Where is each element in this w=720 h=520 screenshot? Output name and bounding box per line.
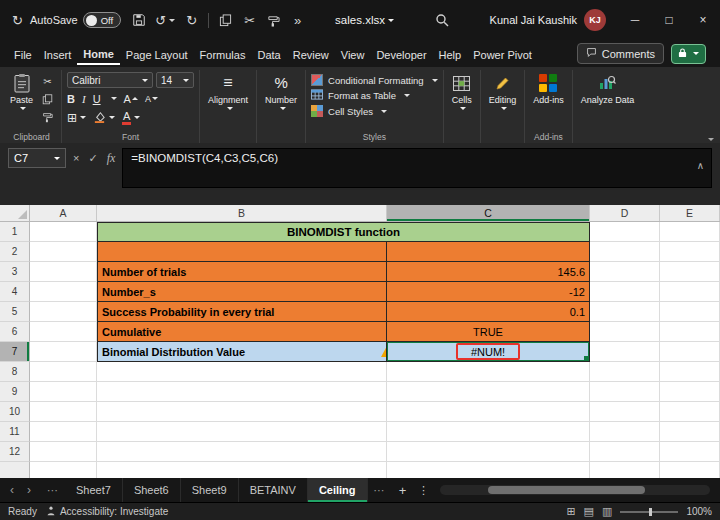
row-header-2[interactable]: 2	[0, 242, 30, 262]
zoom-slider-thumb[interactable]	[649, 508, 652, 516]
cell-styles-button[interactable]: Cell Styles	[311, 105, 438, 117]
fill-color-button[interactable]	[93, 110, 115, 125]
cell-a4[interactable]	[30, 282, 97, 302]
borders-button[interactable]: ⊞	[67, 111, 86, 125]
cancel-icon[interactable]: ×	[73, 152, 79, 164]
cell-e1[interactable]	[660, 222, 720, 242]
column-header-e[interactable]: E	[660, 205, 720, 221]
cell[interactable]	[97, 362, 387, 382]
tab-page-layout[interactable]: Page Layout	[120, 44, 194, 64]
format-painter-button[interactable]	[39, 110, 56, 125]
cell-a3[interactable]	[30, 262, 97, 282]
cell[interactable]	[660, 442, 720, 462]
cell-c4[interactable]: -12	[387, 282, 590, 302]
row-header-5[interactable]: 5	[0, 302, 30, 322]
cell[interactable]	[387, 402, 590, 422]
enter-icon[interactable]: ✓	[88, 152, 97, 165]
paste-button[interactable]: Paste	[7, 72, 36, 111]
column-header-c[interactable]: C	[387, 205, 590, 221]
cell[interactable]	[30, 462, 97, 478]
cut-button[interactable]: ✂	[39, 74, 56, 89]
select-all-button[interactable]	[0, 205, 30, 221]
close-button[interactable]: ×	[686, 0, 720, 40]
font-color-button[interactable]: A	[122, 111, 140, 125]
cell[interactable]	[30, 422, 97, 442]
autosave-toggle[interactable]: Off	[83, 12, 122, 28]
error-warning-icon[interactable]: !	[380, 345, 387, 358]
row-header-3[interactable]: 3	[0, 262, 30, 282]
cut-icon[interactable]: ✂	[242, 12, 257, 28]
save-icon[interactable]	[131, 12, 146, 28]
cells-button[interactable]: Cells	[449, 72, 475, 111]
page-layout-view-icon[interactable]: ▤	[584, 505, 594, 518]
prev-sheet-icon[interactable]: ‹	[5, 483, 19, 497]
cell[interactable]	[97, 462, 387, 478]
font-name-select[interactable]: Calibri	[67, 72, 153, 88]
cell[interactable]	[590, 362, 660, 382]
cell[interactable]	[387, 362, 590, 382]
more-sheets-left-icon[interactable]: ⋯	[41, 484, 65, 497]
cell-a7[interactable]	[30, 342, 97, 362]
column-header-a[interactable]: A	[30, 205, 97, 221]
cell-a5[interactable]	[30, 302, 97, 322]
maximize-button[interactable]: □	[652, 0, 686, 40]
redo-button[interactable]: ↻	[184, 12, 199, 28]
cell-d3[interactable]	[590, 262, 660, 282]
cell-c5[interactable]: 0.1	[387, 302, 590, 322]
zoom-level[interactable]: 100%	[686, 506, 712, 517]
cell-b5[interactable]: Success Probability in every trial	[97, 302, 387, 322]
shrink-font-button[interactable]: A	[145, 94, 158, 104]
cell-d7[interactable]	[590, 342, 660, 362]
next-sheet-icon[interactable]: ›	[22, 483, 36, 497]
toolbar-overflow-icon[interactable]: »	[290, 12, 305, 28]
grow-font-button[interactable]: A	[124, 93, 138, 105]
account-control[interactable]: Kunal Jai Kaushik KJ	[490, 9, 606, 31]
addins-button[interactable]: Add-ins	[530, 72, 567, 106]
page-break-view-icon[interactable]: ▥	[602, 505, 612, 518]
row-header-11[interactable]: 11	[0, 422, 30, 442]
bold-button[interactable]: B	[67, 93, 75, 105]
cell[interactable]	[590, 462, 660, 478]
cell[interactable]	[660, 402, 720, 422]
cell[interactable]	[387, 442, 590, 462]
row-header-partial[interactable]	[0, 462, 30, 478]
fill-handle[interactable]	[584, 356, 589, 361]
minimize-button[interactable]: ─	[618, 0, 652, 40]
cell[interactable]	[97, 442, 387, 462]
cell-d6[interactable]	[590, 322, 660, 342]
cell-b3[interactable]: Number of trials	[97, 262, 387, 282]
cell[interactable]	[97, 402, 387, 422]
tab-home[interactable]: Home	[77, 43, 120, 65]
cell-b4[interactable]: Number_s	[97, 282, 387, 302]
analyze-data-button[interactable]: Analyze Data	[578, 72, 638, 106]
cell-d1[interactable]	[590, 222, 660, 242]
cell[interactable]	[30, 442, 97, 462]
document-title[interactable]: sales.xlsx	[335, 14, 394, 26]
cell-c6[interactable]: TRUE	[387, 322, 590, 342]
avatar[interactable]: KJ	[584, 9, 606, 31]
comments-button[interactable]: Comments	[577, 43, 664, 64]
sheet-tab-sheet7[interactable]: Sheet7	[65, 478, 123, 502]
row-header-8[interactable]: 8	[0, 362, 30, 382]
cell[interactable]	[387, 422, 590, 442]
column-header-b[interactable]: B	[97, 205, 387, 221]
cell-b2[interactable]	[97, 242, 387, 262]
tab-power-pivot[interactable]: Power Pivot	[467, 44, 538, 64]
cell-c7-selected[interactable]: #NUM!	[387, 342, 590, 362]
sheet-tab-ceiling-active[interactable]: Ceiling	[308, 478, 368, 502]
cell-e5[interactable]	[660, 302, 720, 322]
cell[interactable]	[30, 382, 97, 402]
cell-e3[interactable]	[660, 262, 720, 282]
zoom-slider[interactable]	[620, 511, 678, 513]
row-header-6[interactable]: 6	[0, 322, 30, 342]
tab-insert[interactable]: Insert	[38, 44, 78, 64]
more-sheets-right-icon[interactable]: ⋯	[368, 484, 392, 497]
cell[interactable]	[387, 462, 590, 478]
alignment-button[interactable]: ≡ Alignment	[205, 72, 251, 111]
cell[interactable]	[97, 382, 387, 402]
format-painter-icon[interactable]	[266, 12, 281, 28]
cell-c3[interactable]: 145.6	[387, 262, 590, 282]
row-header-1[interactable]: 1	[0, 222, 30, 242]
cell-b6[interactable]: Cumulative	[97, 322, 387, 342]
formula-input[interactable]: =BINOMDIST(C4,C3,C5,C6) ∧	[122, 148, 712, 188]
